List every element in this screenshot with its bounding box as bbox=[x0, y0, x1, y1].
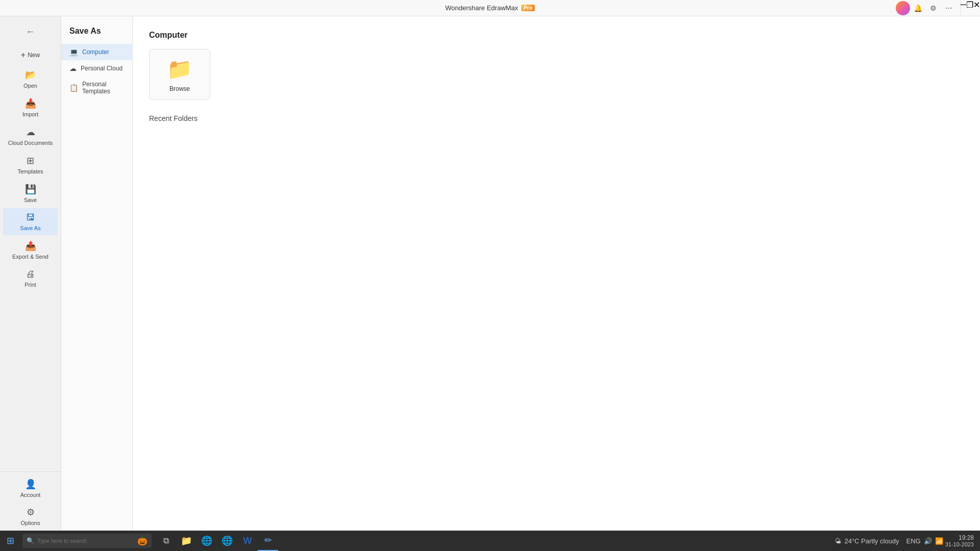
import-icon: 📥 bbox=[25, 98, 36, 109]
computer-label: Computer bbox=[82, 48, 109, 56]
taskbar-app-chrome[interactable]: 🌐 bbox=[197, 531, 217, 551]
taskbar-app-taskview[interactable]: ⧉ bbox=[156, 531, 176, 551]
templates-label: Templates bbox=[17, 168, 43, 174]
export-icon: 📤 bbox=[25, 240, 36, 252]
start-icon: ⊞ bbox=[7, 535, 14, 546]
more-icon[interactable]: ⋯ bbox=[942, 1, 956, 15]
sidebar: ← + New 📂 Open 📥 Import ☁ Cloud Document… bbox=[0, 16, 61, 531]
taskbar-clock[interactable]: 19:28 31-10-2023 bbox=[945, 534, 974, 547]
sidebar-item-saveas[interactable]: 🖫 Save As bbox=[3, 208, 58, 235]
personal-templates-icon: 📋 bbox=[69, 84, 78, 92]
search-icon: 🔍 bbox=[27, 537, 34, 544]
open-icon: 📂 bbox=[25, 69, 36, 81]
edraw-icon: ✏ bbox=[264, 535, 272, 546]
word-icon: W bbox=[243, 536, 252, 546]
minimize-button[interactable]: ─ bbox=[961, 0, 966, 16]
notification-icon[interactable]: 🔔 bbox=[911, 1, 925, 15]
account-label: Account bbox=[20, 492, 41, 498]
app-name: Wondershare EdrawMax bbox=[445, 4, 518, 12]
recent-folders-title: Recent Folders bbox=[149, 114, 964, 122]
back-icon: ← bbox=[26, 27, 35, 37]
sidebar-item-templates[interactable]: ⊞ Templates bbox=[3, 151, 58, 179]
main-content: Computer 📁 Browse Recent Folders bbox=[133, 16, 980, 531]
sidebar-item-options[interactable]: ⚙ Options bbox=[3, 503, 58, 530]
date-display: 31-10-2023 bbox=[945, 541, 974, 547]
start-button[interactable]: ⊞ bbox=[0, 531, 20, 551]
window-controls: 🔔 ⚙ ⋯ ─ ❐ ✕ bbox=[892, 0, 980, 16]
sidebar-item-new[interactable]: + New bbox=[3, 46, 58, 64]
import-label: Import bbox=[22, 111, 38, 117]
taskbar-right: 🌤 24°C Partly cloudy ENG 🔊 📶 19:28 31-10… bbox=[828, 534, 980, 547]
nav-item-personal-templates[interactable]: 📋 Personal Templates bbox=[61, 77, 132, 99]
section-title: Computer bbox=[149, 31, 964, 40]
taskbar-app-edraw[interactable]: ✏ bbox=[258, 531, 278, 551]
save-label: Save bbox=[24, 197, 37, 203]
personal-cloud-icon: ☁ bbox=[69, 64, 77, 72]
sidebar-item-print[interactable]: 🖨 Print bbox=[3, 265, 58, 292]
title-bar-icons: 🔔 ⚙ ⋯ bbox=[892, 0, 961, 16]
new-label: New bbox=[28, 52, 40, 59]
browse-card[interactable]: 📁 Browse bbox=[149, 49, 210, 100]
close-button[interactable]: ✕ bbox=[973, 0, 980, 16]
search-input[interactable] bbox=[37, 538, 134, 544]
network-icon[interactable]: 📶 bbox=[935, 537, 943, 545]
weather-label: 24°C Partly cloudy bbox=[844, 537, 899, 545]
pro-badge: Pro bbox=[521, 5, 535, 11]
print-label: Print bbox=[24, 282, 36, 288]
explorer-icon: 📁 bbox=[181, 535, 192, 546]
new-icon: + bbox=[21, 51, 26, 60]
saveas-label: Save As bbox=[20, 225, 40, 231]
taskbar-apps: ⧉ 📁 🌐 🌐 W ✏ bbox=[156, 531, 278, 551]
sidebar-item-cloud[interactable]: ☁ Cloud Documents bbox=[3, 122, 58, 150]
time-display: 19:28 bbox=[945, 534, 974, 541]
lang-label: ENG bbox=[906, 537, 921, 545]
options-label: Options bbox=[21, 520, 40, 526]
halloween-icon: 🎃 bbox=[137, 536, 148, 546]
taskbar-app-explorer[interactable]: 📁 bbox=[176, 531, 197, 551]
recent-folders-section: Recent Folders bbox=[149, 114, 964, 122]
chrome2-icon: 🌐 bbox=[222, 535, 233, 546]
print-icon: 🖨 bbox=[26, 269, 35, 280]
computer-icon: 💻 bbox=[69, 48, 78, 56]
sidebar-item-account[interactable]: 👤 Account bbox=[3, 474, 58, 502]
app-title: Wondershare EdrawMax Pro bbox=[445, 4, 535, 12]
settings-icon[interactable]: ⚙ bbox=[926, 1, 941, 15]
taskbar-app-chrome2[interactable]: 🌐 bbox=[217, 531, 237, 551]
save-as-panel: Save As 💻 Computer ☁ Personal Cloud 📋 Pe… bbox=[61, 16, 133, 531]
taskbar-app-word[interactable]: W bbox=[237, 531, 258, 551]
saveas-icon: 🖫 bbox=[26, 212, 35, 223]
personal-templates-label: Personal Templates bbox=[82, 81, 124, 95]
nav-item-personal-cloud[interactable]: ☁ Personal Cloud bbox=[61, 60, 132, 77]
templates-icon: ⊞ bbox=[27, 155, 34, 166]
nav-item-computer[interactable]: 💻 Computer bbox=[61, 44, 132, 60]
taskbar: ⊞ 🔍 🎃 ⧉ 📁 🌐 🌐 W ✏ 🌤 24°C Partly cloudy E bbox=[0, 531, 980, 551]
sidebar-item-save[interactable]: 💾 Save bbox=[3, 180, 58, 207]
weather-icon: 🌤 bbox=[835, 537, 841, 545]
personal-cloud-label: Personal Cloud bbox=[81, 65, 122, 72]
sidebar-item-open[interactable]: 📂 Open bbox=[3, 65, 58, 93]
user-avatar[interactable] bbox=[896, 1, 910, 15]
taskbar-search-box[interactable]: 🔍 🎃 bbox=[22, 534, 152, 548]
cloud-icon: ☁ bbox=[26, 127, 35, 138]
cloud-label: Cloud Documents bbox=[8, 140, 53, 146]
options-icon: ⚙ bbox=[27, 507, 35, 518]
sidebar-bottom: 👤 Account ⚙ Options bbox=[0, 471, 61, 531]
system-tray: 🌤 24°C Partly cloudy ENG 🔊 📶 bbox=[835, 537, 943, 545]
title-bar: Wondershare EdrawMax Pro 🔔 ⚙ ⋯ ─ ❐ ✕ bbox=[0, 0, 980, 16]
open-label: Open bbox=[23, 83, 37, 89]
toolbar-icons: 🔔 ⚙ ⋯ bbox=[896, 0, 956, 16]
sidebar-item-import[interactable]: 📥 Import bbox=[3, 94, 58, 121]
taskview-icon: ⧉ bbox=[163, 536, 169, 545]
restore-button[interactable]: ❐ bbox=[966, 0, 973, 16]
save-as-title: Save As bbox=[61, 27, 132, 44]
folder-icon: 📁 bbox=[167, 57, 192, 81]
export-label: Export & Send bbox=[12, 254, 48, 260]
browse-label: Browse bbox=[169, 85, 190, 92]
volume-icon[interactable]: 🔊 bbox=[924, 537, 932, 545]
chrome-icon: 🌐 bbox=[201, 535, 212, 546]
save-icon: 💾 bbox=[25, 184, 36, 195]
sidebar-item-export[interactable]: 📤 Export & Send bbox=[3, 236, 58, 264]
account-icon: 👤 bbox=[25, 479, 36, 490]
back-button[interactable]: ← bbox=[3, 22, 58, 41]
